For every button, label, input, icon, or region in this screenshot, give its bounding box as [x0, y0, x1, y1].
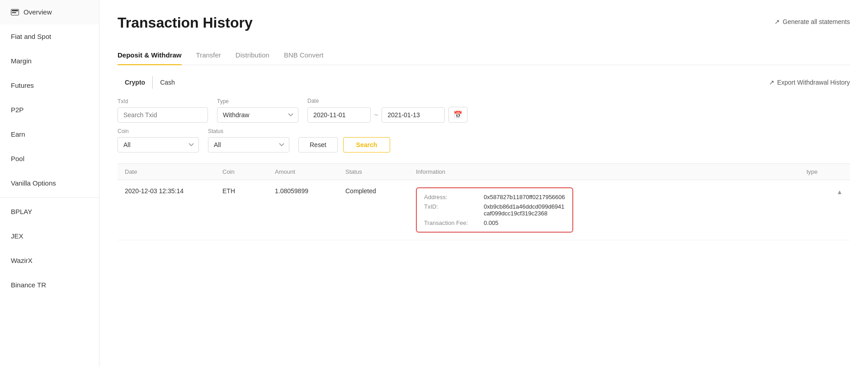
fee-label: Transaction Fee: — [424, 219, 478, 226]
sidebar-label-overview: Overview — [24, 8, 52, 16]
sidebar-label-wazirx: WazirX — [11, 257, 33, 264]
sub-tab-cash[interactable]: Cash — [153, 76, 182, 89]
address-label: Address: — [424, 194, 478, 200]
sidebar-label-p2p: P2P — [11, 106, 24, 114]
sidebar-item-vanilla-options[interactable]: Vanilla Options — [0, 171, 99, 195]
sidebar: Overview Fiat and Spot Margin Futures P2… — [0, 0, 99, 367]
tab-bnb-convert[interactable]: BNB Convert — [284, 46, 324, 65]
calendar-button[interactable]: 📅 — [448, 107, 467, 123]
date-separator: ~ — [374, 111, 378, 119]
date-range: ~ 📅 — [307, 107, 467, 123]
export-withdrawal-history-button[interactable]: ↗ Export Withdrawal History — [769, 79, 850, 86]
sidebar-item-futures[interactable]: Futures — [0, 73, 99, 98]
page-title: Transaction History — [118, 14, 253, 31]
main-tabs: Deposit & Withdraw Transfer Distribution… — [118, 46, 850, 65]
sidebar-item-earn[interactable]: Earn — [0, 122, 99, 147]
table-header: Date Coin Amount Status Information type — [118, 163, 850, 180]
sub-tabs-row: Crypto Cash ↗ Export Withdrawal History — [118, 76, 850, 89]
tab-deposit-withdraw[interactable]: Deposit & Withdraw — [118, 46, 182, 65]
sidebar-label-binance-tr: Binance TR — [11, 281, 46, 289]
info-row-address: Address: 0x587827b11870ff0217956606 — [424, 194, 565, 200]
table-row: 2020-12-03 12:35:14 ETH 1.08059899 Compl… — [118, 180, 850, 240]
reset-button[interactable]: Reset — [298, 137, 338, 153]
svg-rect-1 — [12, 12, 16, 13]
sidebar-item-pool[interactable]: Pool — [0, 147, 99, 171]
filter-row-1: TxId Type Withdraw Deposit Date ~ 📅 — [118, 98, 850, 123]
tab-transfer[interactable]: Transfer — [196, 46, 221, 65]
address-value: 0x587827b11870ff0217956606 — [484, 194, 565, 200]
col-coin: Coin — [222, 168, 268, 175]
table-row-inner: 2020-12-03 12:35:14 ETH 1.08059899 Compl… — [118, 180, 850, 240]
row-amount: 1.08059899 — [275, 187, 338, 195]
sidebar-label-fiat-and-spot: Fiat and Spot — [11, 33, 51, 40]
row-date: 2020-12-03 12:35:14 — [125, 187, 215, 195]
info-row-fee: Transaction Fee: 0.005 — [424, 219, 565, 226]
overview-icon — [11, 9, 19, 15]
main-content: Transaction History ↗ Generate all state… — [99, 0, 868, 367]
date-from-input[interactable] — [307, 107, 371, 123]
row-expand-button[interactable]: ▲ — [807, 187, 843, 195]
sidebar-label-earn: Earn — [11, 130, 25, 138]
chevron-up-icon: ▲ — [836, 188, 843, 195]
export-icon: ↗ — [769, 79, 774, 86]
row-info: Address: 0x587827b11870ff0217956606 TxID… — [416, 187, 799, 233]
col-amount: Amount — [275, 168, 338, 175]
sidebar-label-bplay: BPLAY — [11, 208, 32, 215]
sidebar-divider — [0, 197, 99, 198]
col-status: Status — [345, 168, 409, 175]
txid-info-label: TxID: — [424, 203, 478, 210]
date-filter-group: Date ~ 📅 — [307, 98, 467, 123]
sidebar-item-jex[interactable]: JEX — [0, 224, 99, 248]
search-button[interactable]: Search — [343, 137, 391, 153]
coin-select[interactable]: All — [118, 137, 199, 153]
info-row-txid: TxID: 0xb9cb86d1a46ddcd099d6941caf099dcc… — [424, 203, 565, 217]
sidebar-label-jex: JEX — [11, 232, 24, 240]
sidebar-item-fiat-and-spot[interactable]: Fiat and Spot — [0, 24, 99, 49]
external-link-icon: ↗ — [774, 18, 780, 25]
generate-statements-button[interactable]: ↗ Generate all statements — [774, 18, 850, 25]
coin-filter-group: Coin All — [118, 128, 199, 153]
txid-filter-group: TxId — [118, 98, 208, 123]
type-label: Type — [217, 98, 298, 105]
sidebar-item-bplay[interactable]: BPLAY — [0, 200, 99, 224]
sidebar-item-overview[interactable]: Overview — [0, 0, 99, 24]
sub-tab-crypto[interactable]: Crypto — [118, 76, 153, 89]
txid-info-value: 0xb9cb86d1a46ddcd099d6941caf099dcc19cf31… — [484, 203, 565, 217]
type-select[interactable]: Withdraw Deposit — [217, 107, 298, 123]
info-card: Address: 0x587827b11870ff0217956606 TxID… — [416, 187, 573, 233]
sub-tabs-left: Crypto Cash — [118, 76, 182, 89]
col-type: type — [807, 168, 843, 175]
page-header: Transaction History ↗ Generate all state… — [118, 14, 850, 31]
sidebar-label-pool: Pool — [11, 155, 24, 162]
sidebar-item-wazirx[interactable]: WazirX — [0, 248, 99, 273]
date-label: Date — [307, 98, 467, 104]
status-filter-group: Status All Completed Pending Failed — [208, 128, 289, 153]
status-label: Status — [208, 128, 289, 134]
sidebar-item-binance-tr[interactable]: Binance TR — [0, 273, 99, 297]
date-to-input[interactable] — [382, 107, 445, 123]
col-information: Information — [416, 168, 799, 175]
filter-row-2: Coin All Status All Completed Pending Fa… — [118, 128, 850, 153]
table-container: Date Coin Amount Status Information type… — [118, 163, 850, 240]
svg-rect-0 — [12, 10, 18, 11]
row-coin: ETH — [222, 187, 268, 195]
export-label: Export Withdrawal History — [777, 79, 850, 86]
sidebar-label-vanilla-options: Vanilla Options — [11, 179, 56, 187]
status-select[interactable]: All Completed Pending Failed — [208, 137, 289, 153]
generate-statements-label: Generate all statements — [783, 18, 850, 25]
txid-label: TxId — [118, 98, 208, 105]
coin-label: Coin — [118, 128, 199, 134]
sidebar-label-futures: Futures — [11, 81, 34, 89]
sidebar-item-p2p[interactable]: P2P — [0, 98, 99, 122]
calendar-icon: 📅 — [453, 110, 462, 119]
tab-distribution[interactable]: Distribution — [236, 46, 269, 65]
type-filter-group: Type Withdraw Deposit — [217, 98, 298, 123]
sidebar-label-margin: Margin — [11, 57, 32, 65]
sidebar-item-margin[interactable]: Margin — [0, 49, 99, 73]
filter-buttons: Reset Search — [298, 137, 390, 153]
txid-input[interactable] — [118, 107, 208, 123]
row-status: Completed — [345, 187, 409, 195]
col-date: Date — [125, 168, 215, 175]
fee-value: 0.005 — [484, 219, 499, 226]
